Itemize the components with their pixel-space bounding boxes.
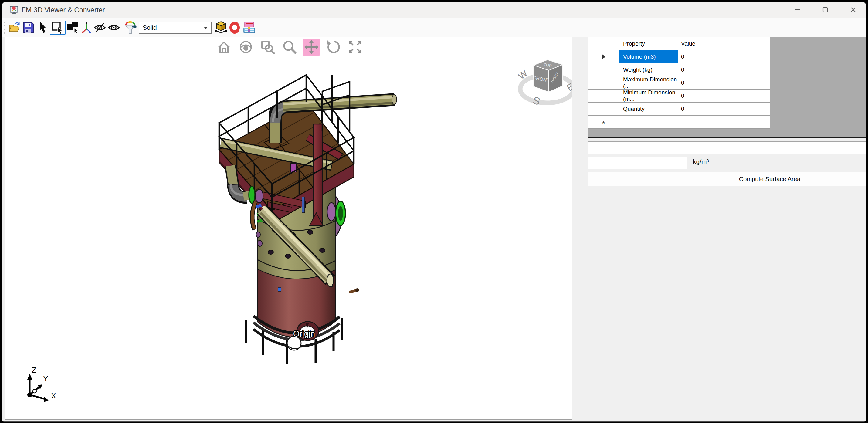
home-button[interactable] xyxy=(215,38,232,56)
new-row[interactable]: * xyxy=(588,116,866,129)
render-style-funnel-icon xyxy=(124,20,137,35)
property-cell[interactable]: Minimum Dimension (m... xyxy=(619,90,678,103)
new-row-marker: * xyxy=(602,119,605,125)
pan-button[interactable] xyxy=(303,38,320,56)
origin-label: Origin xyxy=(293,329,315,338)
rectangle-select-button[interactable] xyxy=(50,21,66,35)
surface-area-input[interactable] xyxy=(588,141,866,154)
cursor-icon xyxy=(38,21,47,34)
toolbar-grip[interactable] xyxy=(3,21,6,34)
box-select-button[interactable] xyxy=(66,21,79,35)
value-cell[interactable]: 0 xyxy=(678,90,770,103)
title-bar[interactable]: FM 3D Viewer & Converter xyxy=(2,2,866,18)
axis-z-label: Z xyxy=(32,366,36,375)
render-mode-value: Solid xyxy=(143,24,157,31)
box-select-icon xyxy=(66,21,79,34)
row-pointer-icon xyxy=(602,54,606,60)
license-icon xyxy=(243,21,256,35)
grid-header-row: Property Value xyxy=(588,37,866,51)
close-button[interactable] xyxy=(842,2,864,17)
property-cell[interactable]: Quantity xyxy=(619,103,678,116)
window-title: FM 3D Viewer & Converter xyxy=(22,2,105,18)
value-cell[interactable]: 0 xyxy=(678,76,770,90)
app-icon xyxy=(9,5,19,14)
orbit-cube-icon xyxy=(214,20,228,35)
compute-surface-area-button[interactable]: Compute Surface Area xyxy=(588,172,866,186)
rotate-button[interactable] xyxy=(325,38,342,56)
app-window: FM 3D Viewer & Converter xyxy=(2,2,866,422)
table-row[interactable]: Minimum Dimension (m... 0 xyxy=(588,90,866,103)
model-vessel: Origin xyxy=(219,75,397,364)
minimize-icon xyxy=(793,5,802,14)
compass-east-label: E xyxy=(565,81,572,93)
fit-button[interactable] xyxy=(347,38,364,56)
license-button[interactable] xyxy=(243,21,256,35)
eye-off-icon xyxy=(93,21,106,34)
show-button[interactable] xyxy=(107,21,121,35)
table-row[interactable]: Maximum Dimension (... 0 xyxy=(588,76,866,90)
property-cell[interactable]: Volume (m3) xyxy=(619,51,678,63)
home-icon xyxy=(216,39,232,55)
row-header-cell xyxy=(588,76,619,90)
record-icon xyxy=(228,21,241,34)
magnifier-icon xyxy=(282,39,298,55)
fit-view-icon xyxy=(347,39,363,55)
table-row[interactable]: Weight (kg) 0 xyxy=(588,63,866,76)
orbit-3d-button[interactable] xyxy=(214,21,228,35)
row-header-cell xyxy=(588,103,619,116)
open-folder-icon xyxy=(8,21,21,34)
nav-cube[interactable]: W S E TOP FRONT RIGHT xyxy=(516,60,572,107)
row-header-cell xyxy=(588,37,619,51)
save-icon xyxy=(22,21,34,34)
row-header-cell xyxy=(588,63,619,76)
viewport-toolbar xyxy=(215,38,364,56)
rotate-icon xyxy=(326,39,341,55)
main-toolbar: Solid xyxy=(2,18,866,37)
axis-triad: Z Y X xyxy=(27,366,56,402)
select-tool-button[interactable] xyxy=(36,21,48,35)
zoom-window-icon xyxy=(260,39,276,55)
orbit-eye-icon xyxy=(238,39,254,55)
save-file-button[interactable] xyxy=(22,21,34,35)
property-cell[interactable] xyxy=(619,116,678,129)
properties-grid: Property Value Volume (m3) 0 Weight (kg)… xyxy=(588,37,866,138)
property-cell[interactable]: Weight (kg) xyxy=(619,63,678,76)
table-row[interactable]: Volume (m3) 0 xyxy=(588,51,866,63)
value-cell[interactable]: 0 xyxy=(678,63,770,76)
column-header-value[interactable]: Value xyxy=(678,37,770,51)
axes-icon xyxy=(81,21,93,34)
record-button[interactable] xyxy=(228,21,241,35)
hide-button[interactable] xyxy=(93,21,106,35)
row-header-cell xyxy=(588,51,619,63)
density-unit-label: kg/m³ xyxy=(693,158,709,165)
minimize-button[interactable] xyxy=(787,2,808,17)
table-row[interactable]: Quantity 0 xyxy=(588,103,866,116)
zoom-button[interactable] xyxy=(281,38,298,56)
open-file-button[interactable] xyxy=(8,21,21,35)
zoom-window-button[interactable] xyxy=(259,38,276,56)
maximize-icon xyxy=(820,5,830,14)
maximize-button[interactable] xyxy=(814,2,836,17)
compass-south-label: S xyxy=(532,94,541,107)
value-cell[interactable] xyxy=(678,116,770,129)
model-canvas: Origin W S E TOP FRONT RIGHT xyxy=(5,37,572,419)
render-mode-combo[interactable]: Solid xyxy=(139,22,212,34)
value-cell[interactable]: 0 xyxy=(678,51,770,63)
axis-y-label: Y xyxy=(43,375,48,383)
viewport-3d[interactable]: Origin W S E TOP FRONT RIGHT xyxy=(5,37,572,420)
orbit-button[interactable] xyxy=(237,38,254,56)
density-input[interactable] xyxy=(588,157,687,169)
compute-button-label: Compute Surface Area xyxy=(739,176,800,183)
axis-x-label: X xyxy=(51,391,56,400)
value-cell[interactable]: 0 xyxy=(678,103,770,116)
rectangle-select-icon xyxy=(51,21,64,34)
row-header-cell: * xyxy=(588,116,619,129)
chevron-down-icon xyxy=(204,27,208,29)
eye-icon xyxy=(107,21,121,34)
row-header-cell xyxy=(588,90,619,103)
axes-button[interactable] xyxy=(81,21,93,35)
pan-icon xyxy=(304,39,319,55)
render-style-button[interactable] xyxy=(124,21,137,35)
property-cell[interactable]: Maximum Dimension (... xyxy=(619,76,678,90)
column-header-property[interactable]: Property xyxy=(619,37,678,51)
